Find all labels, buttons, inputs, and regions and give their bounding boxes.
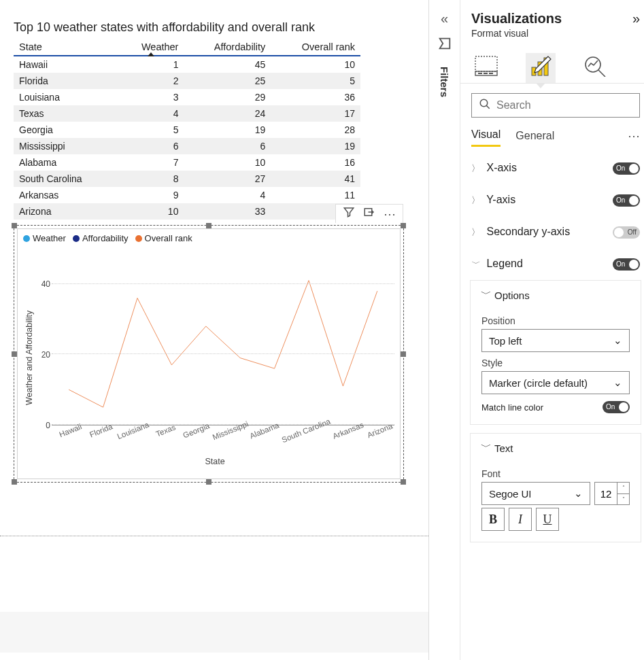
label-match-line-color: Match line color xyxy=(481,402,543,413)
resize-handle[interactable] xyxy=(401,351,406,357)
more-options-icon[interactable]: ⋯ xyxy=(628,128,640,143)
expand-pane-icon[interactable]: » xyxy=(632,11,640,27)
col-weather[interactable]: Weather xyxy=(117,39,184,56)
section-y-axis[interactable]: 〉 Y-axis On xyxy=(460,184,644,216)
italic-button[interactable]: I xyxy=(509,508,532,531)
plot-area xyxy=(52,249,394,425)
toggle-match-line-color[interactable]: On xyxy=(603,401,630,413)
table-row[interactable]: South Carolina82741 xyxy=(14,171,360,187)
table-row[interactable]: Mississippi6619 xyxy=(14,138,360,154)
chevron-down-icon: ⌄ xyxy=(613,377,622,389)
table-row[interactable]: Florida2255 xyxy=(14,73,360,89)
pane-title: Visualizations xyxy=(471,11,562,27)
chevron-down-icon: 〉 xyxy=(479,443,492,453)
bold-button[interactable]: B xyxy=(481,508,505,531)
search-icon xyxy=(479,98,491,113)
dropdown-font-family[interactable]: Segoe UI ⌄ xyxy=(481,482,590,505)
filters-tab[interactable]: Filters xyxy=(439,67,450,97)
chevron-down-icon: ⌄ xyxy=(574,487,583,500)
table-row[interactable]: Texas42417 xyxy=(14,105,360,122)
col-overall[interactable]: Overall rank xyxy=(271,39,360,56)
dropdown-legend-style[interactable]: Marker (circle default) ⌄ xyxy=(481,371,630,394)
visual-toolbar: ⋯ xyxy=(335,204,403,223)
resize-handle[interactable] xyxy=(401,479,406,485)
label-style: Style xyxy=(481,358,630,368)
tab-general[interactable]: General xyxy=(515,126,554,146)
dropdown-legend-position[interactable]: Top left ⌄ xyxy=(481,329,630,352)
stepper-down-icon[interactable]: ˅ xyxy=(617,494,629,505)
search-input[interactable] xyxy=(471,93,640,118)
col-state[interactable]: State xyxy=(14,39,117,56)
analytics-icon[interactable] xyxy=(580,53,610,83)
filter-icon[interactable] xyxy=(343,206,355,222)
collapse-pane-icon[interactable]: « xyxy=(441,11,448,27)
focus-mode-icon[interactable] xyxy=(363,206,375,222)
resize-handle[interactable] xyxy=(12,223,17,228)
subsection-head-options[interactable]: 〉 Options xyxy=(471,281,641,307)
bookmark-icon[interactable] xyxy=(437,36,452,53)
svg-rect-4 xyxy=(484,73,488,74)
section-legend[interactable]: 〉 Legend On xyxy=(460,248,644,280)
subsection-legend-options: 〉 Options Position Top left ⌄ Style Mark… xyxy=(470,280,641,425)
toggle-y-axis[interactable]: On xyxy=(613,194,640,207)
y-axis-label: Weather and Affordability xyxy=(23,249,35,466)
data-table: State Weather Affordability Overall rank… xyxy=(14,39,360,220)
legend-item[interactable]: Affordability xyxy=(73,233,129,243)
resize-handle[interactable] xyxy=(206,223,211,228)
table-row[interactable]: Hawaii14510 xyxy=(14,56,360,73)
toggle-secondary-y-axis[interactable]: Off xyxy=(613,226,640,239)
build-visual-icon[interactable] xyxy=(471,53,501,83)
resize-handle[interactable] xyxy=(12,351,17,357)
toggle-legend[interactable]: On xyxy=(613,258,640,271)
legend-item[interactable]: Weather xyxy=(23,233,66,243)
chevron-right-icon: 〉 xyxy=(471,226,479,239)
tab-visual[interactable]: Visual xyxy=(471,124,501,147)
line-series[interactable] xyxy=(69,281,377,407)
chevron-down-icon: 〉 xyxy=(469,260,481,268)
svg-rect-1 xyxy=(475,56,497,71)
label-position: Position xyxy=(481,315,630,326)
font-size-input[interactable]: ˄ ˅ xyxy=(594,482,630,505)
chevron-right-icon: 〉 xyxy=(471,162,479,175)
section-x-axis[interactable]: 〉 X-axis On xyxy=(460,152,644,184)
sort-indicator-icon xyxy=(148,52,154,56)
chevron-down-icon: 〉 xyxy=(479,290,492,300)
toggle-x-axis[interactable]: On xyxy=(613,162,640,175)
stepper-up-icon[interactable]: ˄ xyxy=(617,483,629,494)
subsection-head-text[interactable]: 〉 Text xyxy=(471,434,641,460)
table-row[interactable]: Arkansas9411 xyxy=(14,187,360,203)
chevron-down-icon: ⌄ xyxy=(613,334,622,347)
table-row[interactable]: Arizona1033 xyxy=(14,203,360,220)
resize-handle[interactable] xyxy=(206,479,211,485)
label-font: Font xyxy=(481,468,630,479)
table-row[interactable]: Alabama71016 xyxy=(14,154,360,171)
section-secondary-y-axis[interactable]: 〉 Secondary y-axis Off xyxy=(460,216,644,248)
format-visual-icon[interactable] xyxy=(526,53,556,83)
resize-handle[interactable] xyxy=(12,479,17,485)
col-affordability[interactable]: Affordability xyxy=(184,39,271,56)
more-options-icon[interactable]: ⋯ xyxy=(384,207,396,222)
chart-visual-selected[interactable]: ⋯ WeatherAffordabilityOverall rank Weath… xyxy=(14,225,404,483)
svg-rect-3 xyxy=(478,73,482,74)
svg-rect-5 xyxy=(489,73,493,74)
legend-item[interactable]: Overall rank xyxy=(135,233,192,243)
underline-button[interactable]: U xyxy=(536,508,559,531)
svg-point-10 xyxy=(480,99,488,107)
x-axis-label: State xyxy=(35,457,394,466)
chart-legend: WeatherAffordabilityOverall rank xyxy=(23,233,394,243)
table-title: Top 10 weather states with affordability… xyxy=(14,20,415,35)
table-row[interactable]: Louisiana32936 xyxy=(14,89,360,105)
chevron-right-icon: 〉 xyxy=(471,194,479,207)
resize-handle[interactable] xyxy=(401,223,406,228)
table-row[interactable]: Georgia51928 xyxy=(14,122,360,138)
subsection-legend-text: 〉 Text Font Segoe UI ⌄ ˄ xyxy=(470,433,641,542)
pane-subtitle: Format visual xyxy=(460,28,644,44)
